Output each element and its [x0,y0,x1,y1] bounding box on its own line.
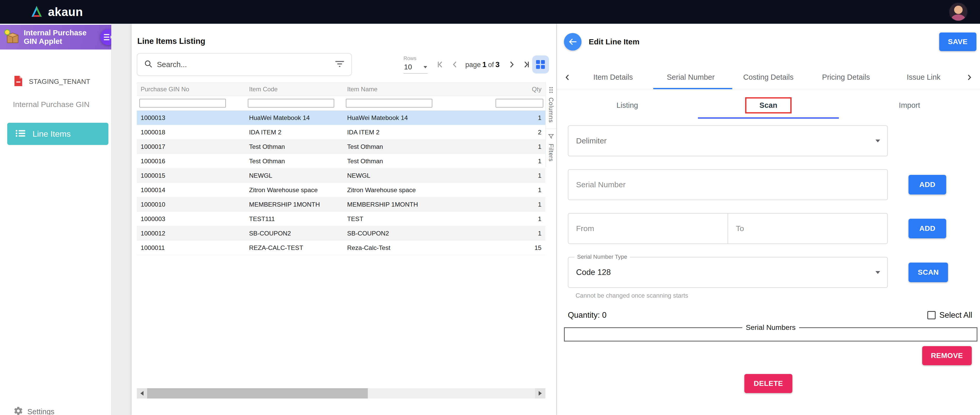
cell-name: IDA ITEM 2 [343,129,488,136]
serial-numbers-fieldset: Serial Numbers [564,323,977,342]
drag-grip-icon [549,87,554,94]
filter-input-purchase-gin-no[interactable] [139,99,226,108]
cell-code: SB-COUPON2 [245,230,343,237]
sidebar-collapse-button[interactable] [100,29,111,45]
columns-panel-tab[interactable]: Columns [546,82,556,129]
from-field [568,214,728,244]
active-tab-indicator [653,88,732,89]
select-all-checkbox[interactable] [928,311,935,319]
sub-tab-listing[interactable]: Listing [557,101,698,109]
serial-numbers-legend: Serial Numbers [742,323,799,332]
remove-button[interactable]: REMOVE [922,346,972,365]
listing-toolbar: Rows 10 page1of3 [137,52,551,76]
serial-number-type-value: Code 128 [576,268,611,277]
cell-code: REZA-CALC-TEST [245,244,343,252]
table-filter-row [137,96,546,111]
search-box [137,53,352,76]
column-header-item-name[interactable]: Item Name [343,86,488,93]
cell-code: Zitron Warehouse space [245,187,343,194]
serial-number-row: ADD [568,169,980,200]
tab-costing-details[interactable]: Costing Details [730,73,807,81]
cell-qty: 1 [488,172,546,179]
remove-row: REMOVE [557,346,980,365]
rows-per-page-select[interactable]: 10 [403,62,427,73]
scroll-left-button[interactable] [137,388,147,399]
filters-panel-tab[interactable]: Filters [546,129,556,167]
cell-name: HuaWei Matebook 14 [343,114,488,122]
table-row[interactable]: 1000012 SB-COUPON2 SB-COUPON2 1 [137,226,546,241]
filter-input-item-name[interactable] [346,99,432,108]
table-side-strip: Columns Filters [546,82,556,167]
to-input[interactable] [736,224,880,233]
table-row[interactable]: 1000015 NEWGL NEWGL 1 [137,168,546,183]
funnel-icon [548,133,554,141]
table-row[interactable]: 1000016 Test Othman Test Othman 1 [137,154,546,168]
sub-tab-import[interactable]: Import [839,101,980,109]
cell-gin: 1000013 [137,114,245,122]
sidebar-item-line-items[interactable]: Line Items [7,123,108,145]
cell-qty: 1 [488,201,546,208]
table-header-row: Purchase GIN No Item Code Item Name Qty [137,83,546,96]
filter-input-item-code[interactable] [248,99,334,108]
rows-per-page-value: 10 [404,63,412,71]
cell-gin: 1000010 [137,201,245,208]
table-row[interactable]: 1000003 TEST111 TEST 1 [137,212,546,226]
serial-number-input[interactable] [576,180,880,189]
tab-pricing-details[interactable]: Pricing Details [807,73,885,81]
user-avatar[interactable] [949,3,967,21]
grid-view-button[interactable] [532,55,549,73]
delete-button[interactable]: DELETE [745,374,792,393]
table-row[interactable]: 1000011 REZA-CALC-TEST Reza-Calc-Test 15 [137,241,546,255]
serial-number-type-select[interactable]: Serial Number Type Code 128 [568,257,888,288]
tabs-scroll-right-icon[interactable] [963,73,977,82]
search-input[interactable] [157,60,335,69]
tab-issue-link[interactable]: Issue Link [885,73,963,81]
active-sub-tab-indicator [698,117,839,119]
delimiter-select[interactable]: Delimiter [568,125,888,156]
table-row[interactable]: 1000017 Test Othman Test Othman 1 [137,139,546,154]
from-input[interactable] [576,224,720,233]
table-row[interactable]: 1000010 MEMBERSHIP 1MONTH MEMBERSHIP 1MO… [137,197,546,212]
cell-code: IDA ITEM 2 [245,129,343,136]
grid-icon [536,60,546,70]
sidebar-item-settings[interactable]: Settings [13,406,54,415]
column-header-purchase-gin-no[interactable]: Purchase GIN No [137,86,245,93]
cell-gin: 1000014 [137,187,245,194]
serial-number-field [568,169,888,200]
app-screen: akaun Internal Purchase GIN Applet [0,0,980,415]
tenant-item[interactable]: STAGING_TENANT [13,75,111,88]
table-row[interactable]: 1000014 Zitron Warehouse space Zitron Wa… [137,183,546,197]
column-header-qty[interactable]: Qty [488,86,546,93]
tab-serial-number[interactable]: Serial Number [652,73,730,81]
tabs-scroll-left-icon[interactable] [560,73,574,82]
table-row[interactable]: 1000018 IDA ITEM 2 IDA ITEM 2 2 [137,125,546,139]
scroll-right-button[interactable] [535,388,546,399]
horizontal-scrollbar[interactable] [137,388,546,399]
top-navbar: akaun [0,0,980,24]
search-icon [144,60,153,70]
brand-name: akaun [48,5,83,19]
select-all-control[interactable]: Select All [928,310,972,320]
applet-banner: Internal Purchase GIN Applet [0,25,111,49]
scrollbar-thumb[interactable] [147,388,368,399]
next-page-icon[interactable] [506,59,518,70]
previous-page-icon[interactable] [449,59,461,70]
rows-per-page-control: Rows 10 [403,55,427,73]
scan-tab-highlight-box: Scan [745,97,791,114]
sub-tab-scan[interactable]: Scan [698,97,839,114]
rows-label: Rows [403,55,427,62]
filter-list-icon[interactable] [335,60,345,69]
save-button[interactable]: SAVE [939,33,977,51]
scan-button[interactable]: SCAN [908,263,948,282]
last-page-icon[interactable] [520,59,532,70]
table-row[interactable]: 1000013 HuaWei Matebook 14 HuaWei Matebo… [137,111,546,125]
serial-number-sub-tabs: Listing Scan Import [557,92,980,119]
add-range-button[interactable]: ADD [908,219,946,238]
filter-input-qty[interactable] [496,99,543,108]
tab-item-details[interactable]: Item Details [574,73,652,81]
column-header-item-code[interactable]: Item Code [245,86,343,93]
cell-code: Test Othman [245,158,343,165]
back-button[interactable] [564,33,582,51]
first-page-icon[interactable] [434,59,446,70]
add-serial-button[interactable]: ADD [908,175,946,195]
